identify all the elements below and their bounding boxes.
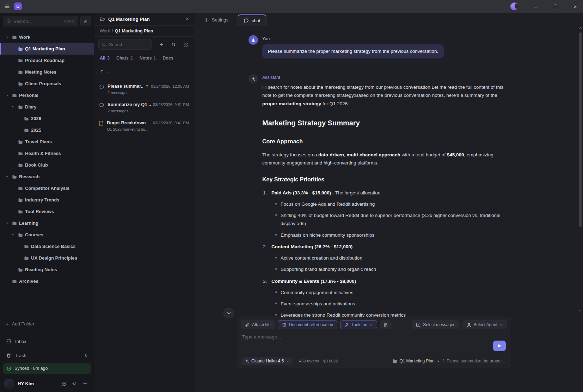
- checkbox-icon: [416, 323, 421, 327]
- panel-header: Q1 Marketing Plan ×: [94, 13, 194, 26]
- folder-icon: [18, 140, 23, 144]
- list-item-summarize-my-q1[interactable]: Summarize my Q1 ...03/23/2026, 9:51 PM2 …: [94, 98, 194, 117]
- scrollbar[interactable]: [578, 27, 582, 312]
- tab-all[interactable]: All3: [100, 56, 110, 61]
- main-area: Settings chat You Please summarize the p…: [194, 13, 583, 392]
- chevron-down-icon: [227, 311, 231, 316]
- sidebar-item-diary[interactable]: Diary: [0, 101, 94, 113]
- sidebar-item-research[interactable]: Research: [0, 171, 94, 182]
- tab-chat[interactable]: chat: [238, 14, 266, 26]
- user-avatar[interactable]: [4, 379, 14, 388]
- attach-file-button[interactable]: Attach file: [241, 320, 275, 329]
- maximize-button[interactable]: [548, 0, 563, 13]
- folder-icon: [18, 186, 23, 191]
- add-folder-button[interactable]: + Add Folder: [0, 317, 94, 330]
- sidebar-item-courses[interactable]: Courses: [0, 229, 94, 241]
- tools-toggle[interactable]: Tools on: [340, 320, 377, 329]
- sidebar-search[interactable]: Ctrl+K: [3, 16, 78, 26]
- list-item-buget-breakdown[interactable]: Buget Breakdown03/23/2026, 9:41 PMQ1 202…: [94, 117, 194, 135]
- sidebar-item-2026[interactable]: 2026: [0, 113, 94, 124]
- tab-settings[interactable]: Settings: [198, 14, 234, 26]
- panel-search[interactable]: [98, 39, 152, 50]
- sidebar-item-work[interactable]: Work: [0, 31, 94, 43]
- chevron-down-icon[interactable]: [10, 105, 16, 108]
- scrollbar-thumb[interactable]: [579, 32, 582, 227]
- chevron-down-icon[interactable]: [4, 222, 10, 225]
- sidebar-item-inbox[interactable]: Inbox: [0, 334, 94, 348]
- sidebar-item-client-proposals[interactable]: Client Proposals: [0, 78, 94, 89]
- minimize-button[interactable]: –: [528, 0, 544, 13]
- apps-grid-icon[interactable]: [61, 381, 66, 386]
- navigate-up-row[interactable]: ..: [94, 64, 194, 77]
- theme-toggle-icon[interactable]: [72, 381, 76, 386]
- sidebar-item-competitor-analysis[interactable]: Competitor Analysis: [0, 182, 94, 194]
- sidebar-item-tool-reviews[interactable]: Tool Reviews: [0, 206, 94, 217]
- account-avatar[interactable]: [510, 2, 518, 10]
- scroll-down-button[interactable]: [223, 308, 234, 318]
- composer-toolbar: Attach file Document reference on Tools …: [237, 317, 511, 331]
- panel-close-icon[interactable]: ×: [186, 16, 189, 22]
- tab-notes[interactable]: Notes1: [140, 56, 156, 61]
- collapse-sidebar-button[interactable]: [80, 16, 91, 26]
- sidebar-item-2025[interactable]: 2025: [0, 124, 94, 136]
- chevron-down-icon[interactable]: [10, 233, 16, 236]
- sidebar-item-trash[interactable]: Trash 6: [0, 348, 94, 362]
- panel-search-input[interactable]: [109, 42, 142, 47]
- sidebar-search-input[interactable]: [13, 19, 61, 24]
- chat-bubble-icon: [99, 83, 104, 95]
- item-date: 03/23/2026, 9:51 PM: [153, 102, 189, 107]
- sidebar-item-q1-marketing-plan[interactable]: Q1 Marketing Plan: [0, 43, 94, 55]
- sync-status: Synced · 6m ago: [3, 363, 91, 374]
- bullet-list: Active content creation and distribution…: [262, 254, 505, 273]
- context-folder-selector[interactable]: Q1 Marketing Plan: [392, 359, 440, 363]
- sidebar-item-product-roadmap[interactable]: Product Roadmap: [0, 55, 94, 66]
- chat-message-area[interactable]: You Please summarize the proper marketin…: [194, 26, 583, 317]
- tab-chats[interactable]: Chats2: [116, 56, 133, 61]
- list-item-body: Please summar...03/24/2026, 12:05 AM2 me…: [108, 83, 189, 95]
- attach-file-label: Attach file: [252, 322, 271, 327]
- list-item-please-summar[interactable]: Please summar...03/24/2026, 12:05 AM2 me…: [94, 80, 194, 98]
- select-agent-button[interactable]: Select Agent: [462, 320, 507, 329]
- sidebar-item-ux-design-principles[interactable]: UX Design Principles: [0, 252, 94, 264]
- sort-button[interactable]: [168, 39, 178, 49]
- folder-icon: [18, 82, 23, 86]
- sidebar-item-book-club[interactable]: Book Club: [0, 159, 94, 171]
- ordered-item-text: Paid Ads (33.3% - $15,000) - The largest…: [262, 189, 505, 197]
- view-grid-button[interactable]: [180, 39, 190, 49]
- chevron-down-icon[interactable]: [4, 175, 10, 178]
- list-item-body: Summarize my Q1 ...03/23/2026, 9:51 PM2 …: [108, 102, 189, 113]
- add-folder-label: Add Folder: [12, 321, 35, 326]
- sidebar-item-label: Learning: [19, 220, 38, 226]
- breadcrumb-parent[interactable]: Work: [100, 29, 110, 33]
- folder-icon: [18, 151, 23, 156]
- sidebar-item-personal[interactable]: Personal: [0, 89, 94, 101]
- scroll-up-arrow[interactable]: [579, 27, 582, 29]
- close-button[interactable]: ×: [567, 0, 583, 13]
- select-messages-button[interactable]: Select messages: [412, 320, 459, 329]
- sidebar-item-health-fitness[interactable]: Health & Fitness: [0, 148, 94, 159]
- document-reference-toggle[interactable]: Document reference on: [278, 320, 337, 329]
- sidebar-item-data-science-basics[interactable]: Data Science Basics: [0, 241, 94, 252]
- model-selector[interactable]: Claude Haiku 4.5: [241, 357, 293, 365]
- tab-docs[interactable]: Docs: [162, 56, 173, 61]
- sidebar-item-travel-plans[interactable]: Travel Plans: [0, 136, 94, 148]
- folder-panel: Q1 Marketing Plan × Work / Q1 Marketing …: [94, 13, 194, 392]
- ordered-item-text: Community & Events (17.8% - $8,000): [262, 277, 505, 285]
- message-input[interactable]: [242, 334, 490, 353]
- sidebar-item-archives[interactable]: Archives: [0, 275, 94, 287]
- new-item-button[interactable]: +: [157, 39, 166, 49]
- library-button[interactable]: [380, 320, 392, 329]
- scroll-down-arrow[interactable]: [579, 309, 582, 312]
- send-button[interactable]: [493, 341, 506, 351]
- sidebar-item-learning[interactable]: Learning: [0, 217, 94, 229]
- user-message-text: Please summarize the proper marketing st…: [262, 44, 444, 58]
- sidebar-item-industry-trends[interactable]: Industry Trends: [0, 194, 94, 206]
- chevron-down-icon[interactable]: [4, 94, 10, 97]
- menu-icon[interactable]: [4, 4, 10, 9]
- sidebar-item-reading-notes[interactable]: Reading Notes: [0, 264, 94, 275]
- settings-gear-icon[interactable]: [82, 381, 87, 386]
- chevron-down-icon[interactable]: [4, 36, 10, 39]
- folder-icon: [392, 359, 397, 363]
- sidebar-item-meeting-notes[interactable]: Meeting Notes: [0, 66, 94, 78]
- composer-status-row: Claude Haiku 4.5 ~453 tokens $0.0022 Q1 …: [237, 354, 511, 368]
